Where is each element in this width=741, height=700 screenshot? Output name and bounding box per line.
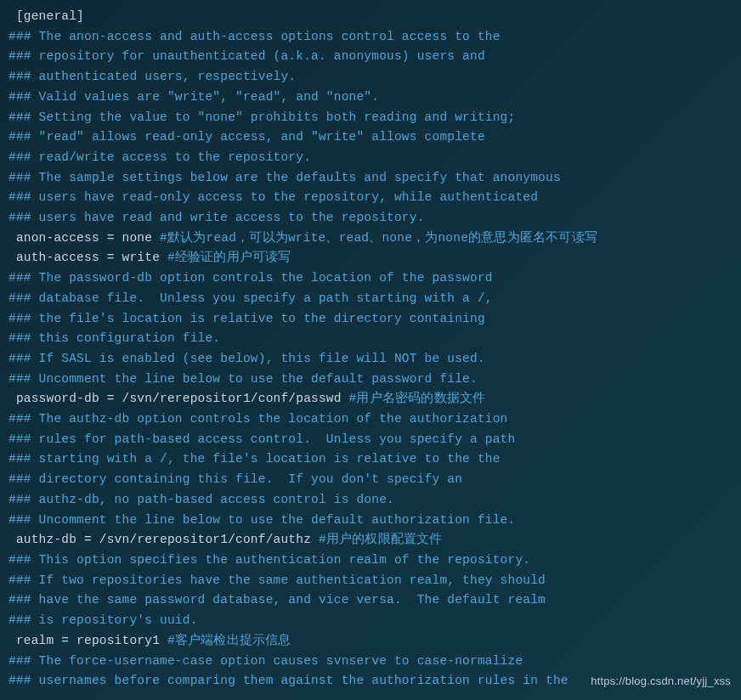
comment-text: ### Setting the value to "none" prohibit…	[8, 110, 515, 124]
comment-text: ### The authz-db option controls the loc…	[8, 412, 508, 426]
comment-text: ### directory containing this file. If y…	[8, 472, 462, 486]
code-line: ### Uncomment the line below to use the …	[8, 370, 733, 390]
code-line: ### authz-db, no path-based access contr…	[8, 490, 733, 511]
config-file-view: [general]### The anon-access and auth-ac…	[0, 0, 741, 698]
code-line: ### directory containing this file. If y…	[8, 470, 733, 490]
comment-text: #客户端检出提示信息	[167, 634, 291, 647]
code-line: ### starting with a /, the file's locati…	[8, 449, 733, 470]
comment-text: #默认为read，可以为write、read、none，为none的意思为匿名不…	[160, 231, 597, 245]
comment-text: ### If two repositories have the same au…	[8, 573, 546, 587]
code-line: ### database file. Unless you specify a …	[8, 289, 733, 309]
code-line: ### The authz-db option controls the loc…	[8, 409, 733, 430]
code-line: anon-access = none #默认为read，可以为write、rea…	[8, 229, 733, 249]
comment-text: ### The force-username-case option cause…	[8, 654, 523, 668]
code-line: ### The sample settings below are the de…	[8, 168, 733, 189]
code-line: ### the file's location is relative to t…	[8, 309, 733, 330]
code-line: ### this configuration file.	[8, 329, 733, 349]
comment-text: #用户名密码的数据文件	[349, 392, 486, 405]
comment-text: ### read/write access to the repository.	[8, 150, 311, 164]
code-line: ### Uncomment the line below to use the …	[8, 511, 733, 531]
code-line: ### Valid values are "write", "read", an…	[8, 88, 733, 108]
comment-text: ### "read" allows read-only access, and …	[8, 130, 485, 144]
comment-text: ### this configuration file.	[8, 331, 220, 345]
comment-text: ### authenticated users, respectively.	[8, 70, 296, 83]
comment-text: ### If SASL is enabled (see below), this…	[8, 352, 485, 365]
code-line: ### "read" allows read-only access, and …	[8, 127, 733, 148]
comment-text: ### authz-db, no path-based access contr…	[8, 493, 394, 506]
code-line: realm = repository1 #客户端检出提示信息	[8, 631, 733, 652]
code-line: ### This option specifies the authentica…	[8, 550, 733, 571]
comment-text: ### is repository's uuid.	[8, 613, 198, 627]
code-line: password-db = /svn/rerepositor1/conf/pas…	[8, 389, 733, 409]
code-text: anon-access = none	[8, 231, 160, 245]
comment-text: ### database file. Unless you specify a …	[8, 291, 493, 305]
code-text: [general]	[16, 9, 84, 23]
code-line: ### rules for path-based access control.…	[8, 430, 733, 450]
comment-text: #用户的权限配置文件	[319, 533, 443, 546]
comment-text: ### usernames before comparing them agai…	[8, 674, 568, 687]
comment-text: ### have the same password database, and…	[8, 593, 546, 607]
code-line: ### The password-db option controls the …	[8, 268, 733, 289]
code-line: auth-access = write #经验证的用户可读写	[8, 248, 733, 268]
comment-text: ### repository for unauthenticated (a.k.…	[8, 49, 485, 63]
comment-text: #经验证的用户可读写	[167, 251, 291, 264]
code-line: ### have the same password database, and…	[8, 590, 733, 611]
comment-text: ### The anon-access and auth-access opti…	[8, 30, 501, 43]
code-line: ### repository for unauthenticated (a.k.…	[8, 47, 733, 67]
code-line: ### users have read-only access to the r…	[8, 188, 733, 208]
comment-text: ### users have read and write access to …	[8, 211, 425, 224]
comment-text	[8, 9, 16, 23]
code-line: ### Setting the value to "none" prohibit…	[8, 108, 733, 128]
code-line: ### The force-username-case option cause…	[8, 652, 733, 672]
comment-text: ### The password-db option controls the …	[8, 271, 493, 285]
code-line: [general]	[8, 7, 733, 27]
code-line: ### If two repositories have the same au…	[8, 571, 733, 591]
comment-text: ### the file's location is relative to t…	[8, 312, 485, 325]
watermark-text: https://blog.csdn.net/yjj_xss	[591, 671, 731, 692]
code-line: ### read/write access to the repository.	[8, 148, 733, 168]
comment-text: ### Valid values are "write", "read", an…	[8, 90, 379, 104]
code-text: auth-access = write	[8, 251, 167, 264]
comment-text: ### Uncomment the line below to use the …	[8, 513, 515, 527]
comment-text: ### Uncomment the line below to use the …	[8, 372, 478, 386]
code-line: ### users have read and write access to …	[8, 208, 733, 229]
comment-text: ### This option specifies the authentica…	[8, 553, 530, 567]
code-line: ### If SASL is enabled (see below), this…	[8, 349, 733, 370]
code-text: realm = repository1	[8, 634, 167, 647]
code-text: authz-db = /svn/rerepositor1/conf/authz	[8, 533, 319, 546]
code-line: ### The anon-access and auth-access opti…	[8, 27, 733, 48]
comment-text: ### The sample settings below are the de…	[8, 171, 561, 184]
code-line: ### authenticated users, respectively.	[8, 67, 733, 88]
comment-text: ### users have read-only access to the r…	[8, 190, 538, 204]
comment-text: ### rules for path-based access control.…	[8, 432, 515, 446]
code-line: authz-db = /svn/rerepositor1/conf/authz …	[8, 530, 733, 550]
code-line: ### is repository's uuid.	[8, 611, 733, 631]
comment-text: ### starting with a /, the file's locati…	[8, 452, 501, 466]
code-text: password-db = /svn/rerepositor1/conf/pas…	[8, 392, 349, 405]
